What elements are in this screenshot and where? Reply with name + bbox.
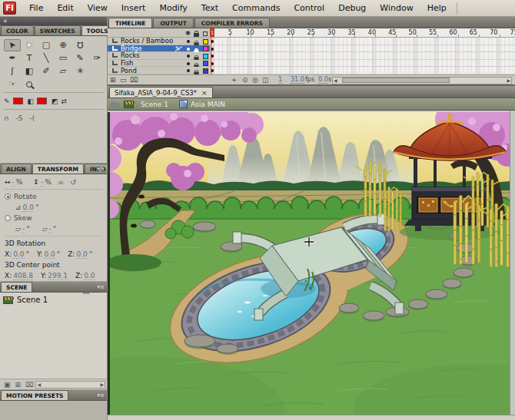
- onion-skin-button[interactable]: ⊙: [242, 76, 248, 84]
- keyframe-dot[interactable]: [211, 69, 214, 72]
- selection-tool[interactable]: ➤: [4, 39, 21, 51]
- layer-visibility-dot[interactable]: [187, 40, 190, 43]
- rotation-3d-x-value[interactable]: 0.0: [13, 250, 24, 259]
- deco-tool[interactable]: ✳: [71, 65, 88, 78]
- fl-logo[interactable]: Fl: [3, 2, 16, 15]
- onion-skin-outlines-button[interactable]: ◎: [252, 76, 258, 84]
- layer-frames-track[interactable]: [210, 60, 515, 68]
- menu-commands[interactable]: Commands: [225, 0, 287, 16]
- timeline-frame-ruler[interactable]: 510 1520 2530 3540 4550 5560 6570 75 1: [210, 28, 515, 38]
- pencil-tool[interactable]: ✎: [71, 52, 88, 64]
- menu-control[interactable]: Control: [287, 0, 331, 16]
- layer-frames-track[interactable]: [210, 67, 515, 74]
- snap-to-objects-magnet-button[interactable]: ∩: [4, 114, 9, 122]
- add-scene-button[interactable]: ⊞: [15, 381, 22, 389]
- layer-row-pond[interactable]: Pond: [108, 67, 515, 74]
- center-3d-y-value[interactable]: 299.1: [48, 272, 68, 280]
- line-tool[interactable]: ╲: [38, 52, 55, 64]
- scene-horizontal-scrollbar[interactable]: ◀▶: [35, 381, 105, 389]
- layer-frames-track[interactable]: [210, 38, 515, 45]
- tab-timeline[interactable]: TIMELINE: [108, 18, 152, 28]
- layer-visibility-dot[interactable]: [187, 69, 190, 72]
- tab-color[interactable]: COLOR: [1, 25, 34, 35]
- show-hide-all-layers-eye-icon[interactable]: ◉: [185, 29, 191, 36]
- scale-height-value[interactable]: -: [41, 178, 43, 187]
- new-layer-button[interactable]: ⊞: [110, 76, 116, 84]
- menu-help[interactable]: Help: [420, 0, 454, 16]
- rotation-3d-y-value[interactable]: 0.0: [44, 250, 55, 259]
- tab-align[interactable]: ALIGN: [1, 164, 32, 174]
- text-tool[interactable]: T: [21, 52, 38, 64]
- current-frame-value[interactable]: 1: [278, 76, 282, 84]
- layer-visibility-dot[interactable]: [187, 48, 190, 51]
- hand-tool[interactable]: ☞: [4, 78, 21, 91]
- back-button[interactable]: ⇦: [111, 99, 119, 109]
- skew-vertical-value[interactable]: -: [49, 225, 52, 233]
- keyframe-dot[interactable]: [211, 55, 214, 58]
- tab-motion-presets[interactable]: MOTION PRESETS: [1, 390, 68, 400]
- subselection-tool[interactable]: ➤: [21, 39, 38, 51]
- constrain-link-icon[interactable]: ∞: [58, 178, 64, 187]
- layer-row-rocks[interactable]: Rocks: [108, 52, 515, 60]
- layer-outline-color-square[interactable]: [203, 54, 208, 59]
- delete-layer-button[interactable]: ⌧: [130, 76, 138, 84]
- collapse-panels-button[interactable]: «: [0, 17, 107, 25]
- zoom-tool[interactable]: [21, 78, 38, 91]
- layer-row-bridge[interactable]: Bridge ✎: [108, 45, 515, 53]
- menu-view[interactable]: View: [81, 0, 115, 16]
- new-folder-button[interactable]: ▭: [120, 76, 127, 84]
- keyframe-dot[interactable]: [211, 40, 214, 43]
- layer-outline-color-square[interactable]: [203, 68, 208, 74]
- layer-outline-color-square[interactable]: [203, 61, 208, 66]
- 3d-rotation-tool[interactable]: ⊕: [55, 39, 71, 51]
- bone-tool[interactable]: ʃ: [4, 65, 21, 78]
- keyframe-dot[interactable]: [211, 48, 214, 51]
- free-transform-tool[interactable]: ▢: [38, 39, 55, 51]
- layer-frames-track[interactable]: [210, 45, 515, 53]
- straighten-option-button[interactable]: -(: [30, 114, 35, 122]
- timeline-horizontal-scrollbar[interactable]: ◀▶: [332, 77, 512, 84]
- stage-horizontal-scrollbar[interactable]: [108, 415, 515, 420]
- fill-color-swatch[interactable]: [37, 98, 47, 104]
- panel-menu-icon[interactable]: ▾≡: [98, 284, 105, 290]
- menu-text[interactable]: Text: [194, 0, 225, 16]
- eyedropper-tool[interactable]: ✐: [38, 65, 55, 78]
- center-3d-x-value[interactable]: 408.8: [13, 272, 33, 280]
- rotation-3d-z-value[interactable]: 0.0: [76, 250, 87, 259]
- menu-debug[interactable]: Debug: [331, 0, 373, 16]
- skew-horizontal-value[interactable]: -: [22, 225, 25, 233]
- layer-visibility-dot[interactable]: [187, 55, 190, 58]
- tab-compiler-errors[interactable]: COMPILER ERRORS: [194, 18, 270, 28]
- breadcrumb-scene[interactable]: Scene 1: [141, 101, 168, 108]
- skew-radio[interactable]: [5, 215, 11, 221]
- layer-row-fish[interactable]: Fish: [108, 60, 515, 68]
- menu-file[interactable]: File: [22, 0, 50, 16]
- scene-list-item[interactable]: Scene 1: [3, 296, 104, 304]
- pen-tool[interactable]: ✒: [4, 52, 21, 64]
- menu-window[interactable]: Window: [373, 0, 420, 16]
- paint-bucket-tool[interactable]: ◧: [21, 65, 38, 78]
- center-frame-button[interactable]: ⌖: [232, 76, 236, 84]
- menu-modify[interactable]: Modify: [152, 0, 194, 16]
- reset-scale-icon[interactable]: ↺: [70, 178, 76, 187]
- tab-swatches[interactable]: SWATCHES: [35, 25, 81, 35]
- scale-width-value[interactable]: -: [12, 178, 15, 187]
- tab-scene[interactable]: SCENE: [1, 282, 32, 292]
- black-white-colors-button[interactable]: ◩: [52, 98, 58, 105]
- delete-scene-button[interactable]: ⌧: [25, 381, 33, 389]
- breadcrumb-symbol[interactable]: Asia MAIN: [191, 101, 225, 108]
- layer-visibility-dot[interactable]: [187, 62, 190, 65]
- menu-edit[interactable]: Edit: [50, 0, 80, 16]
- lasso-tool[interactable]: Ω: [71, 39, 88, 51]
- playhead-marker[interactable]: 1: [210, 28, 214, 38]
- close-document-icon[interactable]: ×: [201, 89, 208, 97]
- layer-frames-track[interactable]: [210, 52, 515, 60]
- frame-rate-value[interactable]: 31.0: [291, 76, 304, 84]
- rotate-value[interactable]: 0.0: [23, 203, 34, 212]
- smooth-option-button[interactable]: -S: [16, 114, 23, 122]
- duplicate-scene-button[interactable]: ▣: [4, 381, 11, 389]
- stroke-color-swatch[interactable]: [13, 98, 23, 104]
- panel-menu-icon[interactable]: ▾≡: [98, 166, 105, 172]
- swap-colors-button[interactable]: ⇄: [61, 98, 68, 105]
- scrollbar-thumb[interactable]: [342, 78, 450, 83]
